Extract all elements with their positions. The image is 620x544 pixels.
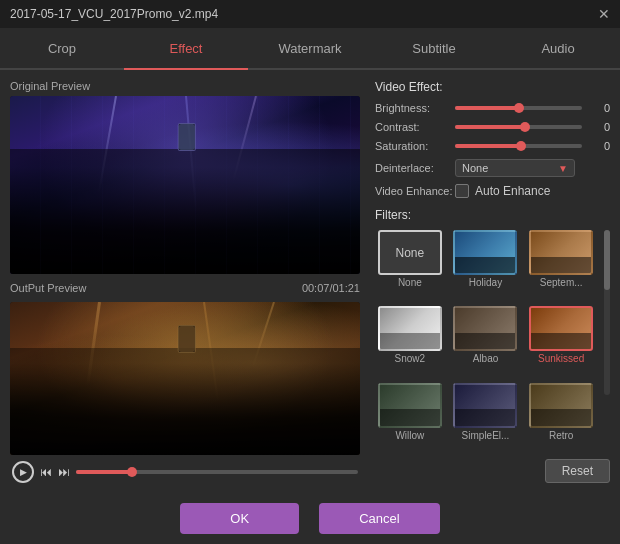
saturation-value: 0 — [590, 140, 610, 152]
tab-audio[interactable]: Audio — [496, 28, 620, 68]
output-silhouette-overlay — [10, 363, 360, 455]
brightness-value: 0 — [590, 102, 610, 114]
contrast-label: Contrast: — [375, 121, 455, 133]
filters-container: None None Holiday — [375, 230, 610, 453]
window-title: 2017-05-17_VCU_2017Promo_v2.mp4 — [10, 7, 218, 21]
saturation-label: Saturation: — [375, 140, 455, 152]
progress-thumb[interactable] — [127, 467, 137, 477]
tab-subtitle[interactable]: Subtitle — [372, 28, 496, 68]
filter-thumb-holiday — [453, 230, 517, 275]
progress-fill — [76, 470, 132, 474]
brightness-fill — [455, 106, 519, 110]
filter-thumb-snow2 — [378, 306, 442, 351]
filter-thumb-simpleel — [453, 383, 517, 428]
tab-effect[interactable]: Effect — [124, 28, 248, 68]
saturation-slider[interactable] — [455, 144, 582, 148]
filter-label-albao: Albao — [473, 353, 499, 364]
video-effect-title: Video Effect: — [375, 80, 610, 94]
filter-label-snow2: Snow2 — [395, 353, 426, 364]
phone-shape — [178, 123, 196, 151]
filters-label: Filters: — [375, 208, 610, 222]
next-button[interactable]: ⏭ — [58, 465, 70, 479]
play-button[interactable]: ▶ — [12, 461, 34, 483]
auto-enhance-label: Auto Enhance — [475, 184, 550, 198]
ok-button[interactable]: OK — [180, 503, 299, 534]
brightness-row: Brightness: 0 — [375, 102, 610, 114]
tab-watermark[interactable]: Watermark — [248, 28, 372, 68]
playback-bar: ▶ ⏮ ⏭ — [10, 461, 360, 483]
video-enhance-row: Video Enhance: Auto Enhance — [375, 184, 610, 198]
filter-label-none: None — [398, 277, 422, 288]
tab-crop[interactable]: Crop — [0, 28, 124, 68]
saturation-fill — [455, 144, 521, 148]
filter-september[interactable]: Septem... — [526, 230, 596, 300]
original-preview-label: Original Preview — [10, 80, 360, 92]
original-preview-box — [10, 96, 360, 274]
filter-none[interactable]: None None — [375, 230, 445, 300]
filter-holiday[interactable]: Holiday — [451, 230, 521, 300]
deinterlace-row: Deinterlace: None ▼ — [375, 159, 610, 177]
reset-button[interactable]: Reset — [545, 459, 610, 483]
main-content: Original Preview OutPut Preview 00:07/01… — [0, 70, 620, 544]
left-panel: Original Preview OutPut Preview 00:07/01… — [0, 70, 370, 493]
original-video-frame — [10, 96, 360, 274]
contrast-slider[interactable] — [455, 125, 582, 129]
filter-retro[interactable]: Retro — [526, 383, 596, 453]
panels-area: Original Preview OutPut Preview 00:07/01… — [0, 70, 620, 493]
close-button[interactable]: ✕ — [598, 6, 610, 22]
filter-label-holiday: Holiday — [469, 277, 502, 288]
video-enhance-label: Video Enhance: — [375, 185, 455, 197]
saturation-thumb[interactable] — [516, 141, 526, 151]
title-bar: 2017-05-17_VCU_2017Promo_v2.mp4 ✕ — [0, 0, 620, 28]
cancel-button[interactable]: Cancel — [319, 503, 439, 534]
filter-thumb-september — [529, 230, 593, 275]
phone-glow — [179, 124, 195, 150]
prev-button[interactable]: ⏮ — [40, 465, 52, 479]
action-buttons: OK Cancel — [0, 493, 620, 544]
filter-thumb-sunkissed — [529, 306, 593, 351]
silhouette-overlay — [10, 167, 360, 274]
chevron-down-icon: ▼ — [558, 163, 568, 174]
filter-label-retro: Retro — [549, 430, 573, 441]
filter-label-sunkissed: Sunkissed — [538, 353, 584, 364]
brightness-slider[interactable] — [455, 106, 582, 110]
output-beam-1 — [86, 302, 101, 386]
filter-albao[interactable]: Albao — [451, 306, 521, 376]
output-preview-box — [10, 302, 360, 455]
progress-bar[interactable] — [76, 470, 358, 474]
tab-bar: Crop Effect Watermark Subtitle Audio — [0, 28, 620, 70]
filters-section: Filters: None None — [375, 208, 610, 483]
output-beam-2 — [203, 302, 219, 401]
filter-label-willow: Willow — [395, 430, 424, 441]
contrast-fill — [455, 125, 525, 129]
deinterlace-label: Deinterlace: — [375, 162, 455, 174]
filter-thumb-willow — [378, 383, 442, 428]
output-beam-3 — [251, 302, 274, 368]
deinterlace-select[interactable]: None ▼ — [455, 159, 575, 177]
auto-enhance-checkbox[interactable] — [455, 184, 469, 198]
output-phone-shape — [178, 325, 196, 353]
filters-scrollbar[interactable] — [604, 230, 610, 395]
saturation-row: Saturation: 0 — [375, 140, 610, 152]
filter-snow2[interactable]: Snow2 — [375, 306, 445, 376]
filter-willow[interactable]: Willow — [375, 383, 445, 453]
timestamp: 00:07/01:21 — [302, 282, 360, 294]
filter-sunkissed[interactable]: Sunkissed — [526, 306, 596, 376]
filter-thumb-none: None — [378, 230, 442, 275]
filter-simpleel[interactable]: SimpleEl... — [451, 383, 521, 453]
contrast-row: Contrast: 0 — [375, 121, 610, 133]
filter-thumb-retro — [529, 383, 593, 428]
deinterlace-value: None — [462, 162, 488, 174]
brightness-thumb[interactable] — [514, 103, 524, 113]
output-preview-label: OutPut Preview — [10, 282, 86, 294]
contrast-thumb[interactable] — [520, 122, 530, 132]
contrast-value: 0 — [590, 121, 610, 133]
filter-label-simpleel: SimpleEl... — [462, 430, 510, 441]
filter-label-september: Septem... — [540, 277, 583, 288]
brightness-label: Brightness: — [375, 102, 455, 114]
output-header: OutPut Preview 00:07/01:21 — [10, 282, 360, 298]
right-panel: Video Effect: Brightness: 0 Contrast: 0 — [370, 70, 620, 493]
output-phone-glow — [179, 326, 195, 352]
output-video-frame — [10, 302, 360, 455]
scrollbar-thumb[interactable] — [604, 230, 610, 290]
